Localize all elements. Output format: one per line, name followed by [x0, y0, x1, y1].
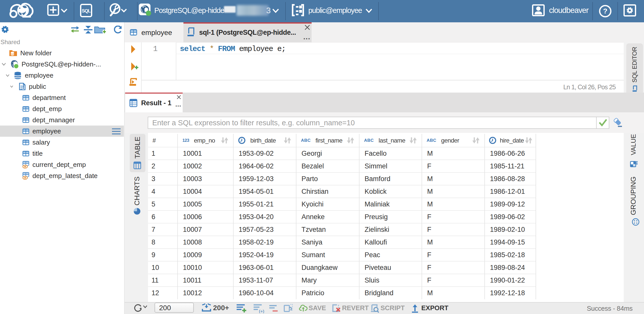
svg-text:(+): (+): [259, 309, 264, 313]
svg-text:?: ?: [603, 7, 607, 15]
svg-text:SQL: SQL: [82, 8, 91, 13]
